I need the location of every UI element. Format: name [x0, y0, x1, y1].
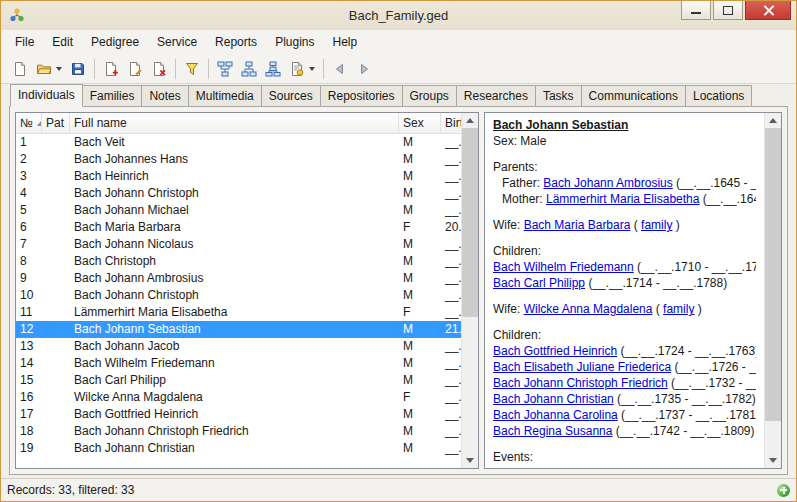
next-button[interactable] [352, 57, 376, 81]
edit-record-button[interactable] [123, 57, 147, 81]
delete-record-button[interactable] [147, 57, 171, 81]
tab-tasks[interactable]: Tasks [535, 85, 582, 107]
table-row[interactable]: 13Bach Johann JacobM__.__ [16, 338, 461, 355]
tab-groups[interactable]: Groups [402, 85, 457, 107]
arrow-down-icon [466, 458, 474, 463]
tree-full-button[interactable] [261, 57, 285, 81]
cell: 11 [16, 304, 42, 321]
link-l-mmerhirt-maria-elisabetha[interactable]: Lämmerhirt Maria Elisabetha [546, 192, 699, 206]
pedigree-button[interactable] [285, 57, 319, 81]
link-bach-johann-ambrosius[interactable]: Bach Johann Ambrosius [543, 176, 672, 190]
maximize-button[interactable] [713, 1, 743, 20]
scroll-down-button[interactable] [765, 453, 781, 468]
cell: __.__ [441, 168, 461, 185]
link-family[interactable]: family [663, 302, 694, 316]
menu-reports[interactable]: Reports [206, 30, 266, 54]
menu-plugins[interactable]: Plugins [266, 30, 323, 54]
table-row[interactable]: 14Bach Wilhelm FriedemannM__.__ [16, 355, 461, 372]
save-button[interactable] [66, 57, 90, 81]
scroll-track[interactable] [765, 128, 781, 453]
link-bach-johanna-carolina[interactable]: Bach Johanna Carolina [493, 408, 618, 422]
menu-help[interactable]: Help [323, 30, 366, 54]
table-row[interactable]: 11Lämmerhirt Maria ElisabethaF__.__ [16, 304, 461, 321]
scroll-up-button[interactable] [462, 113, 478, 128]
dropdown-arrow-icon[interactable] [56, 67, 62, 71]
filter-button[interactable] [180, 57, 204, 81]
scrollbar-thumb[interactable] [765, 128, 781, 421]
table-row[interactable]: 12Bach Johann SebastianM21.0 [16, 321, 461, 338]
link-bach-regina-susanna[interactable]: Bach Regina Susanna [493, 424, 612, 438]
table-row[interactable]: 4Bach Johann ChristophM__.__ [16, 185, 461, 202]
tab-multimedia[interactable]: Multimedia [188, 85, 262, 107]
cell [42, 219, 70, 236]
summary-vertical-scrollbar[interactable] [764, 113, 781, 468]
cell: __.__ [441, 151, 461, 168]
table-row[interactable]: 5Bach Johann MichaelM__.__ [16, 202, 461, 219]
menu-edit[interactable]: Edit [43, 30, 82, 54]
table-row[interactable]: 8Bach ChristophM__.__ [16, 253, 461, 270]
scroll-down-button[interactable] [462, 453, 478, 468]
link-bach-johann-christian[interactable]: Bach Johann Christian [493, 392, 614, 406]
table-row[interactable]: 7Bach Johann NicolausM__.__ [16, 236, 461, 253]
column-header-pat[interactable]: Pat [42, 113, 70, 133]
update-indicator-icon[interactable] [777, 484, 790, 497]
tab-researches[interactable]: Researches [456, 85, 536, 107]
tab-notes[interactable]: Notes [141, 85, 188, 107]
pedigree-icon [289, 61, 305, 77]
scroll-up-button[interactable] [765, 113, 781, 128]
scroll-track[interactable] [462, 128, 478, 453]
menu-file[interactable]: File [6, 30, 43, 54]
open-file-button[interactable] [32, 57, 66, 81]
tab-repositories[interactable]: Repositories [320, 85, 403, 107]
person-name-header: Bach Johann Sebastian [493, 117, 756, 133]
tab-locations[interactable]: Locations [685, 85, 752, 107]
column-header-birth[interactable]: Birth [441, 113, 461, 133]
minimize-button[interactable] [681, 1, 711, 20]
detail-line [493, 207, 756, 217]
individuals-list-panel: №PatFull nameSexBirth 1Bach VeitM__.__2B… [15, 112, 479, 469]
title-bar[interactable]: Bach_Family.ged [1, 1, 796, 30]
column-header-full-name[interactable]: Full name [70, 113, 399, 133]
table-row[interactable]: 15Bach Carl PhilippM__.__ [16, 372, 461, 389]
close-button[interactable] [745, 1, 791, 20]
scrollbar-thumb[interactable] [462, 128, 478, 317]
link-bach-carl-philipp[interactable]: Bach Carl Philipp [493, 276, 585, 290]
link-wilcke-anna-magdalena[interactable]: Wilcke Anna Magdalena [524, 302, 653, 316]
table-row[interactable]: 16Wilcke Anna MagdalenaF__.__ [16, 389, 461, 406]
table-row[interactable]: 18Bach Johann Christoph FriedrichM__.__ [16, 423, 461, 440]
tree-descendants-button[interactable] [237, 57, 261, 81]
link-bach-johann-christoph-friedrich[interactable]: Bach Johann Christoph Friedrich [493, 376, 668, 390]
table-row[interactable]: 19Bach Johann ChristianM__.__ [16, 440, 461, 457]
link-family[interactable]: family [641, 218, 672, 232]
filter-icon [184, 61, 200, 77]
menu-pedigree[interactable]: Pedigree [82, 30, 148, 54]
link-bach-wilhelm-friedemann[interactable]: Bach Wilhelm Friedemann [493, 260, 634, 274]
table-row[interactable]: 2Bach Johannes HansM__.__ [16, 151, 461, 168]
detail-line: Wife: Bach Maria Barbara ( family ) [493, 217, 756, 233]
tab-communications[interactable]: Communications [581, 85, 686, 107]
tab-sources[interactable]: Sources [261, 85, 321, 107]
cell: M [399, 440, 441, 457]
detail-text: Wife: [493, 218, 524, 232]
app-icon[interactable] [9, 7, 25, 23]
new-file-button[interactable] [8, 57, 32, 81]
column-header-no[interactable]: № [16, 113, 42, 133]
table-row[interactable]: 17Bach Gottfried HeinrichM__.__ [16, 406, 461, 423]
link-bach-gottfried-heinrich[interactable]: Bach Gottfried Heinrich [493, 344, 617, 358]
add-record-button[interactable] [99, 57, 123, 81]
table-row[interactable]: 3Bach HeinrichM__.__ [16, 168, 461, 185]
tab-individuals[interactable]: Individuals [10, 84, 83, 107]
menu-service[interactable]: Service [148, 30, 206, 54]
list-vertical-scrollbar[interactable] [461, 113, 478, 468]
tab-families[interactable]: Families [82, 85, 143, 107]
prev-button[interactable] [328, 57, 352, 81]
column-header-sex[interactable]: Sex [399, 113, 441, 133]
tree-ancestors-button[interactable] [213, 57, 237, 81]
table-row[interactable]: 10Bach Johann ChristophM__.__ [16, 287, 461, 304]
table-row[interactable]: 6Bach Maria BarbaraF20.1 [16, 219, 461, 236]
table-row[interactable]: 1Bach VeitM__.__ [16, 134, 461, 151]
table-row[interactable]: 9Bach Johann AmbrosiusM__.__ [16, 270, 461, 287]
dropdown-arrow-icon[interactable] [309, 67, 315, 71]
link-bach-maria-barbara[interactable]: Bach Maria Barbara [524, 218, 631, 232]
link-bach-elisabeth-juliane-friederica[interactable]: Bach Elisabeth Juliane Friederica [493, 360, 671, 374]
